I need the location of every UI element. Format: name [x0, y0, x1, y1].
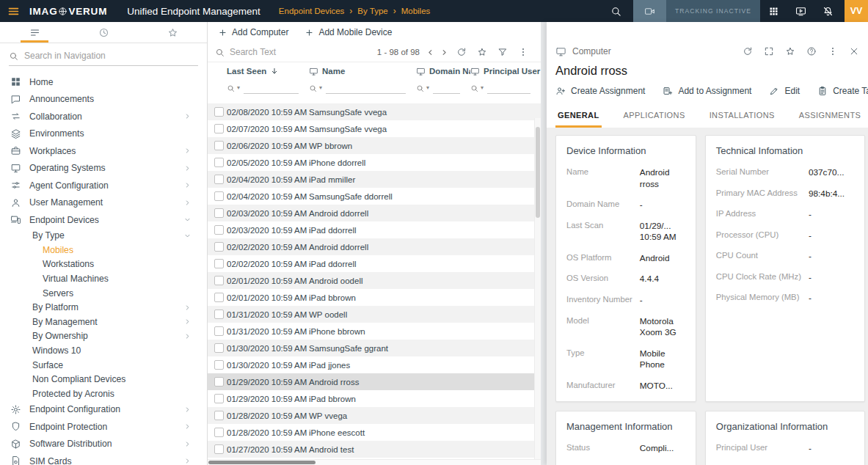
create-assignment-button[interactable]: Create Assignment	[555, 86, 645, 96]
create-task-button[interactable]: Create Task	[817, 86, 868, 96]
notifications-muted-icon[interactable]	[823, 6, 834, 17]
sidebar-item-servers[interactable]: Servers	[0, 286, 207, 301]
sidebar-item-mobiles[interactable]: Mobiles	[0, 243, 207, 257]
row-checkbox[interactable]	[214, 276, 224, 285]
table-row[interactable]: 02/08/2020 10:59 AMSamsungSafe vvega	[208, 103, 541, 120]
table-row[interactable]: 02/01/2020 10:59 AMAndroid oodell	[208, 272, 541, 289]
row-checkbox[interactable]	[214, 225, 224, 235]
caret-down-icon[interactable]: ▾	[237, 85, 240, 91]
row-checkbox[interactable]	[214, 259, 224, 268]
table-row[interactable]: 02/01/2020 10:59 AMiPad bbrown	[208, 289, 541, 306]
table-row[interactable]: 02/02/2020 10:59 AMiPad ddorrell	[208, 255, 541, 272]
sidebar-item-windows-10[interactable]: Windows 10	[0, 343, 207, 358]
row-checkbox[interactable]	[214, 175, 224, 184]
row-checkbox[interactable]	[214, 343, 224, 353]
filter-principal-input[interactable]	[487, 83, 530, 94]
vertical-scrollbar-thumb[interactable]	[536, 127, 540, 218]
sidebar-item-by-platform[interactable]: By Platform	[0, 300, 207, 315]
row-checkbox[interactable]	[214, 394, 224, 403]
tab-applications[interactable]: APPLICATIONS	[621, 111, 688, 128]
breadcrumb-item[interactable]: Endpoint Devices	[279, 7, 345, 15]
add-mobile-device-button[interactable]: Add Mobile Device	[302, 27, 395, 37]
sidebar-item-environments[interactable]: Environments	[0, 125, 207, 143]
column-principal-user[interactable]: Principal User	[470, 67, 541, 76]
breadcrumb-item[interactable]: By Type	[357, 7, 387, 15]
sidebar-item-user-management[interactable]: User Management	[0, 194, 207, 212]
row-checkbox[interactable]	[214, 107, 224, 117]
add-to-assignment-button[interactable]: Add to Assignment	[663, 86, 751, 96]
sidebar-item-operating-systems[interactable]: Operating Systems	[0, 160, 207, 177]
list-search-input[interactable]	[230, 47, 373, 57]
tab-favorites[interactable]	[138, 22, 207, 43]
row-checkbox[interactable]	[214, 428, 224, 437]
column-domain-name[interactable]: Domain Na...	[416, 67, 470, 76]
caret-down-icon[interactable]: ▾	[319, 85, 322, 91]
fullscreen-icon[interactable]	[764, 46, 774, 56]
row-checkbox[interactable]	[214, 158, 224, 167]
sidebar-item-virtual-machines[interactable]: Virtual Machines	[0, 271, 207, 286]
tab-general[interactable]: GENERAL	[555, 111, 602, 128]
menu-icon[interactable]	[7, 5, 20, 18]
sidebar-item-by-management[interactable]: By Management	[0, 315, 207, 329]
more-options-icon[interactable]	[518, 47, 528, 57]
caret-down-icon[interactable]: ▾	[481, 85, 484, 91]
vertical-scrollbar[interactable]	[534, 118, 541, 459]
table-row[interactable]: 02/03/2020 10:59 AMAndroid ddorrell	[208, 205, 541, 221]
sidebar-item-by-type[interactable]: By Type	[0, 229, 207, 244]
favorite-icon[interactable]	[477, 47, 487, 57]
tracking-camera-segment[interactable]	[633, 0, 666, 22]
favorite-icon[interactable]	[785, 46, 795, 56]
row-checkbox[interactable]	[214, 293, 224, 302]
sidebar-item-surface[interactable]: Surface	[0, 358, 207, 373]
help-icon[interactable]	[806, 46, 817, 56]
row-checkbox[interactable]	[214, 242, 224, 252]
sidebar-item-endpoint-configuration[interactable]: Endpoint Configuration	[0, 401, 207, 419]
breadcrumb-item[interactable]: Mobiles	[401, 7, 431, 15]
row-checkbox[interactable]	[214, 124, 224, 133]
edit-button[interactable]: Edit	[769, 86, 800, 96]
sidebar-item-agent-configuration[interactable]: Agent Configuration	[0, 177, 207, 194]
column-last-seen[interactable]: Last Seen	[227, 67, 309, 76]
table-row[interactable]: 01/30/2020 10:59 AMiPad jjones	[208, 356, 541, 373]
tracking-widget[interactable]: TRACKING INACTIVE	[633, 0, 760, 22]
apps-grid-icon[interactable]	[768, 6, 779, 17]
table-row[interactable]: 02/03/2020 10:59 AMiPad ddorrell	[208, 221, 541, 238]
navigation-search-input[interactable]	[24, 51, 198, 61]
filter-last-seen-input[interactable]	[244, 83, 299, 94]
sidebar-item-workplaces[interactable]: Workplaces	[0, 142, 207, 160]
table-row[interactable]: 02/02/2020 10:59 AMAndroid ddorrell	[208, 238, 541, 255]
row-checkbox[interactable]	[214, 208, 224, 218]
tab-assignments[interactable]: ASSIGNMENTS	[797, 111, 863, 128]
row-checkbox[interactable]	[214, 377, 224, 387]
sidebar-item-workstations[interactable]: Workstations	[0, 257, 207, 272]
sidebar-item-home[interactable]: Home	[0, 73, 207, 91]
filter-domain-input[interactable]	[433, 83, 460, 94]
user-avatar[interactable]: VV	[845, 0, 868, 22]
sidebar-item-protected-by-acronis[interactable]: Protected by Acronis	[0, 387, 207, 401]
table-row[interactable]: 01/31/2020 10:59 AMWP oodell	[208, 306, 541, 323]
close-icon[interactable]	[849, 46, 859, 56]
refresh-icon[interactable]	[743, 46, 753, 56]
sidebar-item-non-compliant-devices[interactable]: Non Compliant Devices	[0, 372, 207, 387]
previous-page-icon[interactable]	[426, 48, 435, 57]
table-row[interactable]: 02/05/2020 10:59 AMiPhone ddorrell	[208, 154, 541, 171]
column-name[interactable]: Name	[309, 67, 416, 76]
row-checkbox[interactable]	[214, 360, 224, 370]
row-checkbox[interactable]	[214, 191, 224, 201]
row-checkbox[interactable]	[214, 141, 224, 150]
filter-name-input[interactable]	[326, 83, 406, 94]
tab-installations[interactable]: INSTALLATIONS	[707, 111, 777, 128]
table-row[interactable]: 01/28/2020 10:59 AMWP vvega	[208, 407, 541, 424]
sidebar-item-software-distribution[interactable]: Software Distribution	[0, 436, 207, 453]
row-checkbox[interactable]	[214, 411, 224, 420]
next-page-icon[interactable]	[440, 48, 449, 57]
row-checkbox[interactable]	[214, 326, 224, 336]
sidebar-item-endpoint-devices[interactable]: Endpoint Devices	[0, 211, 207, 229]
sidebar-item-by-ownership[interactable]: By Ownership	[0, 329, 207, 344]
search-icon[interactable]	[610, 6, 621, 17]
table-row[interactable]: 02/07/2020 10:59 AMSamsungSafe vvega	[208, 120, 541, 137]
table-row[interactable]: 01/27/2020 10:59 AMAndroid test	[208, 441, 541, 458]
table-row[interactable]: 01/31/2020 10:59 AMiPhone bbrown	[208, 323, 541, 340]
table-row[interactable]: 01/28/2020 10:59 AMiPhone eescott	[208, 424, 541, 441]
caret-down-icon[interactable]: ▾	[426, 85, 429, 91]
